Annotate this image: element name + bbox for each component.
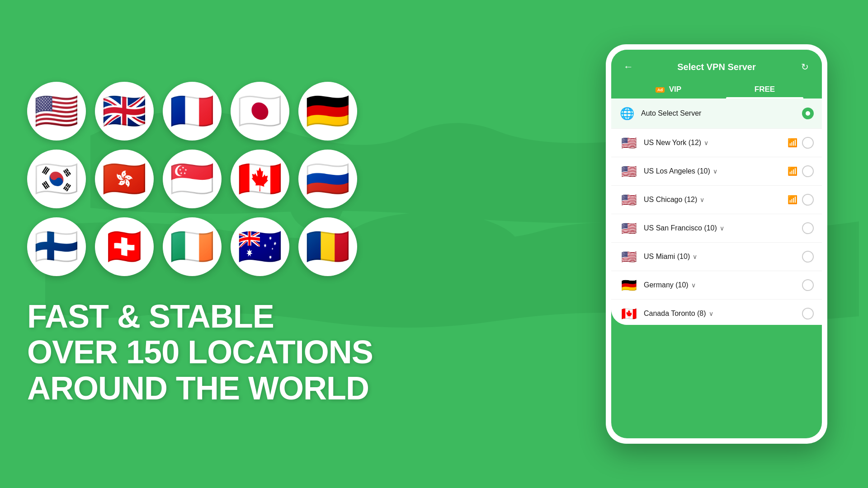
flag-us-miami: 🇺🇸: [619, 250, 638, 263]
chevron-ny: ∨: [704, 139, 708, 146]
server-item-ny[interactable]: 🇺🇸 US New York (12) ∨ 📶: [611, 129, 822, 157]
signal-la: 📶: [788, 166, 797, 176]
flag-singapore: 🇸🇬: [163, 150, 222, 208]
radio-miami[interactable]: [802, 251, 814, 263]
radio-ny[interactable]: [802, 137, 814, 149]
chevron-germany: ∨: [691, 282, 696, 289]
server-name-sf: US San Francisco (10) ∨: [644, 224, 802, 232]
flag-romania: 🇷🇴: [298, 217, 357, 276]
flag-us-chicago: 🇺🇸: [619, 193, 638, 206]
signal-chicago: 📶: [788, 195, 797, 205]
flag-germany: 🇩🇪: [298, 82, 357, 141]
flag-canada: 🇨🇦: [231, 150, 289, 208]
chevron-canada: ∨: [709, 310, 713, 317]
phone-screen: ← Select VPN Server ↻ Ad VIP FREE 🌐: [611, 50, 822, 438]
flag-finland: 🇫🇮: [27, 217, 86, 276]
server-name-miami: US Miami (10) ∨: [644, 253, 802, 261]
tab-free-label: FREE: [755, 85, 775, 94]
radio-sf[interactable]: [802, 222, 814, 234]
server-name-germany: Germany (10) ∨: [644, 281, 802, 289]
tab-free[interactable]: FREE: [717, 80, 813, 99]
screen-title: Select VPN Server: [677, 62, 755, 72]
server-name-chicago: US Chicago (12) ∨: [644, 196, 788, 204]
signal-ny: 📶: [788, 138, 797, 148]
back-button[interactable]: ←: [620, 59, 637, 75]
tabs-container: Ad VIP FREE: [611, 75, 822, 99]
server-name-auto: Auto Select Server: [641, 109, 802, 117]
server-name-canada: Canada Toronto (8) ∨: [644, 310, 802, 318]
tagline-line1: FAST & STABLE: [27, 299, 380, 334]
server-right-auto: [802, 108, 814, 119]
chevron-miami: ∨: [693, 253, 697, 260]
server-right-canada: [802, 308, 814, 319]
server-item-la[interactable]: 🇺🇸 US Los Angeles (10) ∨ 📶: [611, 157, 822, 186]
server-item-miami[interactable]: 🇺🇸 US Miami (10) ∨: [611, 243, 822, 271]
flag-us-ny: 🇺🇸: [619, 136, 638, 150]
chevron-chicago: ∨: [700, 196, 704, 203]
phone-header: ← Select VPN Server ↻: [611, 50, 822, 75]
flag-switzerland: 🇨🇭: [95, 217, 154, 276]
radio-la[interactable]: [802, 165, 814, 177]
server-name-la: US Los Angeles (10) ∨: [644, 167, 788, 175]
server-item-auto[interactable]: 🌐 Auto Select Server: [611, 99, 822, 129]
flag-uk: 🇬🇧: [95, 82, 154, 141]
server-right-la: 📶: [788, 165, 814, 177]
ad-badge: Ad: [656, 87, 665, 93]
radio-chicago[interactable]: [802, 194, 814, 206]
flag-usa: 🇺🇸: [27, 82, 86, 141]
server-item-chicago[interactable]: 🇺🇸 US Chicago (12) ∨ 📶: [611, 186, 822, 214]
phone-mockup: ← Select VPN Server ↻ Ad VIP FREE 🌐: [606, 44, 827, 444]
flag-south-korea: 🇰🇷: [27, 150, 86, 208]
radio-canada[interactable]: [802, 308, 814, 319]
tab-vip-label: VIP: [669, 85, 681, 94]
flag-russia: 🇷🇺: [298, 150, 357, 208]
server-right-chicago: 📶: [788, 194, 814, 206]
chevron-la: ∨: [713, 168, 717, 175]
tagline-line3: AROUND THE WORLD: [27, 371, 380, 406]
server-item-germany[interactable]: 🇩🇪 Germany (10) ∨: [611, 271, 822, 300]
server-name-ny: US New York (12) ∨: [644, 139, 788, 147]
flag-france: 🇫🇷: [163, 82, 222, 141]
flag-japan: 🇯🇵: [231, 82, 289, 141]
flag-germany-server: 🇩🇪: [619, 278, 638, 292]
tagline: FAST & STABLE OVER 150 LOCATIONS AROUND …: [27, 299, 380, 406]
server-item-canada[interactable]: 🇨🇦 Canada Toronto (8) ∨: [611, 300, 822, 325]
flag-canada-server: 🇨🇦: [619, 307, 638, 320]
tab-vip[interactable]: Ad VIP: [620, 80, 717, 99]
radio-auto[interactable]: [802, 108, 814, 119]
left-section: 🇺🇸 🇬🇧 🇫🇷 🇯🇵 🇩🇪 🇰🇷 🇭🇰 🇸🇬 🇨🇦 🇷🇺 🇫🇮 🇨🇭 🇮🇪 🇦…: [27, 0, 380, 488]
flag-ireland: 🇮🇪: [163, 217, 222, 276]
phone-section: ← Select VPN Server ↻ Ad VIP FREE 🌐: [606, 44, 832, 444]
svg-point-2: [475, 149, 520, 194]
flag-grid: 🇺🇸 🇬🇧 🇫🇷 🇯🇵 🇩🇪 🇰🇷 🇭🇰 🇸🇬 🇨🇦 🇷🇺 🇫🇮 🇨🇭 🇮🇪 🇦…: [27, 82, 380, 276]
tagline-line2: OVER 150 LOCATIONS: [27, 334, 380, 370]
flag-us-sf: 🇺🇸: [619, 221, 638, 235]
refresh-button[interactable]: ↻: [797, 59, 813, 75]
flag-australia: 🇦🇺: [231, 217, 289, 276]
flag-us-la: 🇺🇸: [619, 164, 638, 178]
server-item-sf[interactable]: 🇺🇸 US San Francisco (10) ∨: [611, 214, 822, 243]
radio-germany[interactable]: [802, 279, 814, 291]
globe-icon: 🌐: [619, 106, 635, 121]
server-right-sf: [802, 222, 814, 234]
server-list: 🌐 Auto Select Server 🇺🇸 US New York (12)…: [611, 99, 822, 325]
server-right-miami: [802, 251, 814, 263]
server-right-germany: [802, 279, 814, 291]
server-right-ny: 📶: [788, 137, 814, 149]
chevron-sf: ∨: [720, 225, 724, 232]
flag-hong-kong: 🇭🇰: [95, 150, 154, 208]
